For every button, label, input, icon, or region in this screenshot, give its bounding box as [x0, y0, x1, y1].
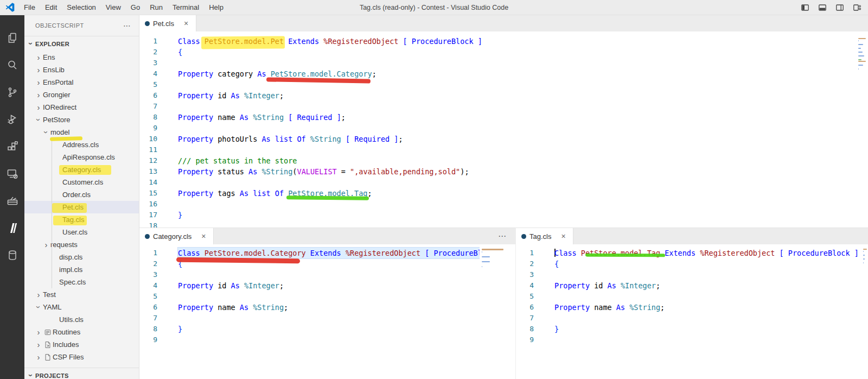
search-icon[interactable]: [6, 59, 19, 72]
tree-item-petstore[interactable]: ›PetStore: [24, 113, 139, 126]
code-editor-pet[interactable]: 1Class PetStore.model.Pet Extends %Regis…: [139, 31, 868, 228]
tree-item-test[interactable]: ›Test: [24, 288, 139, 301]
line-number: 17: [139, 210, 157, 220]
close-tab-icon[interactable]: ×: [199, 232, 208, 241]
line-number: 5: [139, 79, 157, 90]
menu-item-edit[interactable]: Edit: [40, 0, 62, 15]
code-line-8: 8}: [139, 324, 515, 334]
menu-item-terminal[interactable]: Terminal: [168, 0, 204, 15]
code-editor-tag[interactable]: 1Class PetStore.model.Tag Extends %Regis…: [516, 244, 868, 345]
run-debug-icon[interactable]: [6, 113, 19, 126]
tree-item-routines[interactable]: ›Routines: [24, 326, 139, 338]
menu-item-go[interactable]: Go: [126, 0, 145, 15]
chevron-down-icon: ›: [27, 40, 35, 48]
line-number: 9: [139, 334, 157, 345]
tree-item-requests[interactable]: ›requests: [24, 238, 139, 251]
tree-item-category-cls[interactable]: Category.cls: [24, 163, 139, 176]
tree-item-label: Category.cls: [62, 166, 101, 174]
tree-item-enslib[interactable]: ›EnsLib: [24, 64, 139, 76]
explorer-icon[interactable]: [6, 31, 19, 45]
panel-title-label: OBJECTSCRIPT: [35, 22, 84, 29]
editor-area: Pet.cls × 1Class PetStore.model.Pet Exte…: [139, 15, 868, 379]
tree-item-label: ApiResponse.cls: [62, 153, 115, 161]
editor-more-actions-icon[interactable]: ⋯: [498, 228, 515, 244]
csp-icon: [43, 353, 53, 361]
projects-section-header[interactable]: › PROJECTS: [24, 368, 139, 379]
minimap-tag[interactable]: [863, 247, 868, 379]
toggle-secondary-sidebar-icon[interactable]: [835, 3, 844, 12]
tab-tag-cls[interactable]: Tag.cls ×: [516, 228, 573, 244]
code-line-9: 9: [516, 334, 868, 345]
code-text: Property id As %Integer;: [554, 280, 660, 291]
intersystems-objectscript-icon[interactable]: [6, 222, 19, 235]
tree-item-label: disp.cls: [59, 253, 82, 261]
code-line-6: 6Property name As %String;: [516, 302, 868, 313]
extensions-icon[interactable]: [6, 140, 19, 153]
chevron-right-icon: ›: [34, 328, 43, 336]
tree-item-utils-cls[interactable]: Utils.cls: [24, 313, 139, 326]
tree-item-ioredirect[interactable]: ›IORedirect: [24, 101, 139, 113]
tree-item-tag-cls[interactable]: Tag.cls: [24, 213, 139, 226]
code-editor-category[interactable]: 1Class PetStore.model.Category Extends %…: [139, 244, 515, 345]
code-text: /// pet status in the store: [178, 155, 297, 166]
close-tab-icon[interactable]: ×: [182, 19, 190, 28]
remote-explorer-icon[interactable]: [6, 167, 19, 180]
line-number: 4: [139, 280, 157, 291]
line-number: 1: [139, 248, 157, 258]
database-icon[interactable]: [6, 249, 19, 262]
chevron-right-icon: ›: [42, 241, 50, 249]
editor-group-bottom-right: Tag.cls × 1Class PetStore.model.Tag Exte…: [515, 228, 868, 379]
menu-item-selection[interactable]: Selection: [62, 0, 100, 15]
menu-item-run[interactable]: Run: [145, 0, 168, 15]
tree-item-model[interactable]: ›model: [24, 126, 139, 138]
tree-item-impl-cls[interactable]: impl.cls: [24, 263, 139, 276]
tree-item-address-cls[interactable]: Address.cls: [24, 138, 139, 151]
line-number: 3: [516, 269, 534, 280]
toggle-panel-icon[interactable]: [818, 3, 827, 12]
tree-item-csp-files[interactable]: ›CSP Files: [24, 351, 139, 363]
includes-icon: [43, 341, 53, 349]
code-line-12: 12/// pet status in the store: [139, 155, 868, 166]
projects-section-label: PROJECTS: [35, 372, 69, 379]
line-number: 7: [139, 313, 157, 324]
tree-item-spec-cls[interactable]: Spec.cls: [24, 276, 139, 288]
tree-item-label: Order.cls: [62, 191, 91, 199]
code-line-1: 1Class PetStore.model.Category Extends %…: [139, 248, 515, 258]
chevron-down-icon: ›: [27, 371, 35, 379]
customize-layout-icon[interactable]: [853, 3, 861, 12]
tree-item-ensportal[interactable]: ›EnsPortal: [24, 76, 139, 89]
tree-item-label: requests: [50, 241, 78, 249]
menu-item-help[interactable]: Help: [204, 0, 228, 15]
tree-item-label: Ens: [43, 53, 55, 61]
tree-item-yaml[interactable]: ›YAML: [24, 301, 139, 313]
code-text: Property photoUrls As list Of %String [ …: [178, 134, 403, 144]
toggle-primary-sidebar-icon[interactable]: [801, 3, 809, 12]
tools-icon[interactable]: [6, 194, 19, 207]
tree-item-customer-cls[interactable]: Customer.cls: [24, 176, 139, 188]
menu-item-file[interactable]: File: [19, 0, 40, 15]
chevron-right-icon: ›: [34, 340, 43, 349]
line-number: 7: [516, 313, 534, 324]
code-text: }: [554, 324, 559, 334]
tree-item-order-cls[interactable]: Order.cls: [24, 188, 139, 201]
explorer-section-header[interactable]: › EXPLORER: [24, 36, 139, 51]
editor-group-top: Pet.cls × 1Class PetStore.model.Pet Exte…: [139, 15, 868, 228]
tree-item-pet-cls[interactable]: Pet.cls: [24, 201, 139, 213]
tree-item-apiresponse-cls[interactable]: ApiResponse.cls: [24, 151, 139, 163]
tree-item-ens[interactable]: ›Ens: [24, 51, 139, 64]
tab-category-cls[interactable]: Category.cls ×: [139, 228, 214, 244]
sidebar-more-actions-icon[interactable]: ⋯: [123, 21, 131, 30]
minimap-category[interactable]: [480, 247, 515, 379]
menu-item-view[interactable]: View: [101, 0, 126, 15]
tab-pet-cls[interactable]: Pet.cls ×: [139, 15, 196, 31]
tree-item-grongier[interactable]: ›Grongier: [24, 89, 139, 101]
tree-item-disp-cls[interactable]: disp.cls: [24, 251, 139, 263]
tree-item-includes[interactable]: ›Includes: [24, 338, 139, 351]
source-control-icon[interactable]: [6, 86, 19, 99]
close-tab-icon[interactable]: ×: [559, 232, 567, 241]
code-line-7: 7: [139, 313, 515, 324]
chevron-down-icon: ›: [35, 303, 43, 312]
minimap-pet[interactable]: [858, 36, 867, 228]
tree-item-user-cls[interactable]: User.cls: [24, 226, 139, 238]
tree-item-label: Address.cls: [62, 141, 99, 149]
